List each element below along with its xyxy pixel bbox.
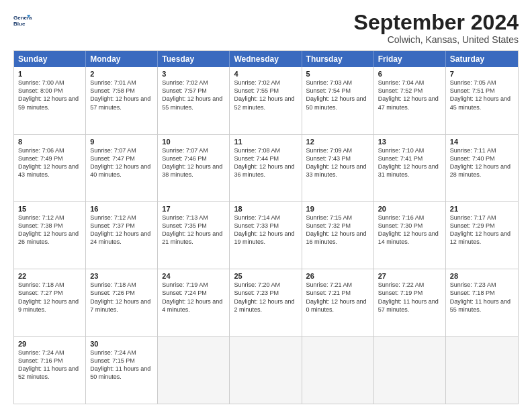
cell-info: Sunrise: 7:24 AMSunset: 7:16 PMDaylight:… <box>18 349 79 380</box>
day-number: 20 <box>378 205 441 213</box>
cal-cell-2-6: 13Sunrise: 7:10 AMSunset: 7:41 PMDayligh… <box>374 135 446 201</box>
day-number: 22 <box>18 272 81 280</box>
cal-cell-5-7 <box>446 337 518 404</box>
cal-cell-4-2: 23Sunrise: 7:18 AMSunset: 7:26 PMDayligh… <box>86 269 158 336</box>
cal-cell-2-1: 8Sunrise: 7:06 AMSunset: 7:49 PMDaylight… <box>14 135 86 201</box>
cell-info: Sunrise: 7:21 AMSunset: 7:21 PMDaylight:… <box>306 281 367 312</box>
week-row-1: 1Sunrise: 7:00 AMSunset: 8:00 PMDaylight… <box>14 67 518 134</box>
cal-cell-2-7: 14Sunrise: 7:11 AMSunset: 7:40 PMDayligh… <box>446 135 518 201</box>
cal-cell-3-7: 21Sunrise: 7:17 AMSunset: 7:29 PMDayligh… <box>446 202 518 269</box>
cal-cell-1-4: 4Sunrise: 7:02 AMSunset: 7:55 PMDaylight… <box>230 67 302 134</box>
cal-cell-3-1: 15Sunrise: 7:12 AMSunset: 7:38 PMDayligh… <box>14 202 86 269</box>
header-friday: Friday <box>374 51 446 67</box>
cal-cell-4-5: 26Sunrise: 7:21 AMSunset: 7:21 PMDayligh… <box>302 269 374 336</box>
location: Colwich, Kansas, United States <box>354 34 519 45</box>
cell-info: Sunrise: 7:11 AMSunset: 7:40 PMDaylight:… <box>450 147 511 178</box>
cell-info: Sunrise: 7:06 AMSunset: 7:49 PMDaylight:… <box>18 147 79 178</box>
day-number: 7 <box>450 70 514 78</box>
cal-cell-5-4 <box>230 337 302 404</box>
day-number: 8 <box>18 138 81 146</box>
cell-info: Sunrise: 7:02 AMSunset: 7:55 PMDaylight:… <box>234 79 294 110</box>
cell-info: Sunrise: 7:10 AMSunset: 7:41 PMDaylight:… <box>378 147 439 178</box>
day-number: 12 <box>306 138 369 146</box>
page: General Blue September 2024 Colwich, Kan… <box>0 0 532 411</box>
cal-cell-1-6: 6Sunrise: 7:04 AMSunset: 7:52 PMDaylight… <box>374 67 446 134</box>
cell-info: Sunrise: 7:14 AMSunset: 7:33 PMDaylight:… <box>234 214 294 245</box>
day-number: 24 <box>162 272 225 280</box>
day-number: 1 <box>18 70 81 78</box>
week-row-5: 29Sunrise: 7:24 AMSunset: 7:16 PMDayligh… <box>14 336 518 404</box>
day-number: 27 <box>378 272 441 280</box>
cell-info: Sunrise: 7:17 AMSunset: 7:29 PMDaylight:… <box>450 214 511 245</box>
cell-info: Sunrise: 7:12 AMSunset: 7:38 PMDaylight:… <box>18 214 79 245</box>
cal-cell-4-6: 27Sunrise: 7:22 AMSunset: 7:19 PMDayligh… <box>374 269 446 336</box>
cal-cell-3-4: 18Sunrise: 7:14 AMSunset: 7:33 PMDayligh… <box>230 202 302 269</box>
cal-cell-4-1: 22Sunrise: 7:18 AMSunset: 7:27 PMDayligh… <box>14 269 86 336</box>
day-number: 6 <box>378 70 441 78</box>
cell-info: Sunrise: 7:04 AMSunset: 7:52 PMDaylight:… <box>378 79 439 110</box>
cal-cell-2-5: 12Sunrise: 7:09 AMSunset: 7:43 PMDayligh… <box>302 135 374 201</box>
cal-cell-5-6 <box>374 337 446 404</box>
cell-info: Sunrise: 7:12 AMSunset: 7:37 PMDaylight:… <box>90 214 150 245</box>
calendar-header: Sunday Monday Tuesday Wednesday Thursday… <box>14 51 518 67</box>
cal-cell-5-1: 29Sunrise: 7:24 AMSunset: 7:16 PMDayligh… <box>14 337 86 404</box>
day-number: 4 <box>234 70 297 78</box>
cell-info: Sunrise: 7:20 AMSunset: 7:23 PMDaylight:… <box>234 281 294 312</box>
cell-info: Sunrise: 7:23 AMSunset: 7:18 PMDaylight:… <box>450 281 511 312</box>
cal-cell-4-7: 28Sunrise: 7:23 AMSunset: 7:18 PMDayligh… <box>446 269 518 336</box>
cal-cell-1-1: 1Sunrise: 7:00 AMSunset: 8:00 PMDaylight… <box>14 67 86 134</box>
cell-info: Sunrise: 7:07 AMSunset: 7:47 PMDaylight:… <box>90 147 150 178</box>
day-number: 16 <box>90 205 153 213</box>
svg-text:Blue: Blue <box>13 21 26 27</box>
cell-info: Sunrise: 7:02 AMSunset: 7:57 PMDaylight:… <box>162 79 222 110</box>
cell-info: Sunrise: 7:03 AMSunset: 7:54 PMDaylight:… <box>306 79 367 110</box>
cell-info: Sunrise: 7:22 AMSunset: 7:19 PMDaylight:… <box>378 281 439 312</box>
cell-info: Sunrise: 7:01 AMSunset: 7:58 PMDaylight:… <box>90 79 150 110</box>
cal-cell-3-5: 19Sunrise: 7:15 AMSunset: 7:32 PMDayligh… <box>302 202 374 269</box>
header: General Blue September 2024 Colwich, Kan… <box>13 11 519 45</box>
day-number: 17 <box>162 205 225 213</box>
cell-info: Sunrise: 7:07 AMSunset: 7:46 PMDaylight:… <box>162 147 222 178</box>
cell-info: Sunrise: 7:08 AMSunset: 7:44 PMDaylight:… <box>234 147 294 178</box>
cal-cell-5-5 <box>302 337 374 404</box>
logo: General Blue <box>13 11 32 30</box>
day-number: 28 <box>450 272 514 280</box>
day-number: 19 <box>306 205 369 213</box>
title-block: September 2024 Colwich, Kansas, United S… <box>354 11 519 45</box>
day-number: 26 <box>306 272 369 280</box>
day-number: 14 <box>450 138 514 146</box>
day-number: 15 <box>18 205 81 213</box>
calendar-body: 1Sunrise: 7:00 AMSunset: 8:00 PMDaylight… <box>14 67 518 404</box>
day-number: 3 <box>162 70 225 78</box>
header-sunday: Sunday <box>14 51 86 67</box>
cal-cell-4-4: 25Sunrise: 7:20 AMSunset: 7:23 PMDayligh… <box>230 269 302 336</box>
cell-info: Sunrise: 7:15 AMSunset: 7:32 PMDaylight:… <box>306 214 367 245</box>
cal-cell-1-7: 7Sunrise: 7:05 AMSunset: 7:51 PMDaylight… <box>446 67 518 134</box>
day-number: 5 <box>306 70 369 78</box>
header-tuesday: Tuesday <box>158 51 230 67</box>
cal-cell-5-2: 30Sunrise: 7:24 AMSunset: 7:15 PMDayligh… <box>86 337 158 404</box>
cal-cell-1-2: 2Sunrise: 7:01 AMSunset: 7:58 PMDaylight… <box>86 67 158 134</box>
cal-cell-4-3: 24Sunrise: 7:19 AMSunset: 7:24 PMDayligh… <box>158 269 230 336</box>
day-number: 9 <box>90 138 153 146</box>
day-number: 30 <box>90 340 153 348</box>
cal-cell-3-2: 16Sunrise: 7:12 AMSunset: 7:37 PMDayligh… <box>86 202 158 269</box>
header-monday: Monday <box>86 51 158 67</box>
cell-info: Sunrise: 7:19 AMSunset: 7:24 PMDaylight:… <box>162 281 222 312</box>
cal-cell-1-3: 3Sunrise: 7:02 AMSunset: 7:57 PMDaylight… <box>158 67 230 134</box>
cal-cell-5-3 <box>158 337 230 404</box>
header-saturday: Saturday <box>446 51 518 67</box>
cell-info: Sunrise: 7:13 AMSunset: 7:35 PMDaylight:… <box>162 214 222 245</box>
day-number: 25 <box>234 272 297 280</box>
cell-info: Sunrise: 7:18 AMSunset: 7:27 PMDaylight:… <box>18 281 79 312</box>
cell-info: Sunrise: 7:24 AMSunset: 7:15 PMDaylight:… <box>90 349 150 380</box>
day-number: 18 <box>234 205 297 213</box>
cal-cell-3-3: 17Sunrise: 7:13 AMSunset: 7:35 PMDayligh… <box>158 202 230 269</box>
cal-cell-2-2: 9Sunrise: 7:07 AMSunset: 7:47 PMDaylight… <box>86 135 158 201</box>
day-number: 10 <box>162 138 225 146</box>
cal-cell-1-5: 5Sunrise: 7:03 AMSunset: 7:54 PMDaylight… <box>302 67 374 134</box>
week-row-2: 8Sunrise: 7:06 AMSunset: 7:49 PMDaylight… <box>14 134 518 201</box>
logo-icon: General Blue <box>13 11 32 30</box>
cell-info: Sunrise: 7:05 AMSunset: 7:51 PMDaylight:… <box>450 79 511 110</box>
cell-info: Sunrise: 7:18 AMSunset: 7:26 PMDaylight:… <box>90 281 150 312</box>
